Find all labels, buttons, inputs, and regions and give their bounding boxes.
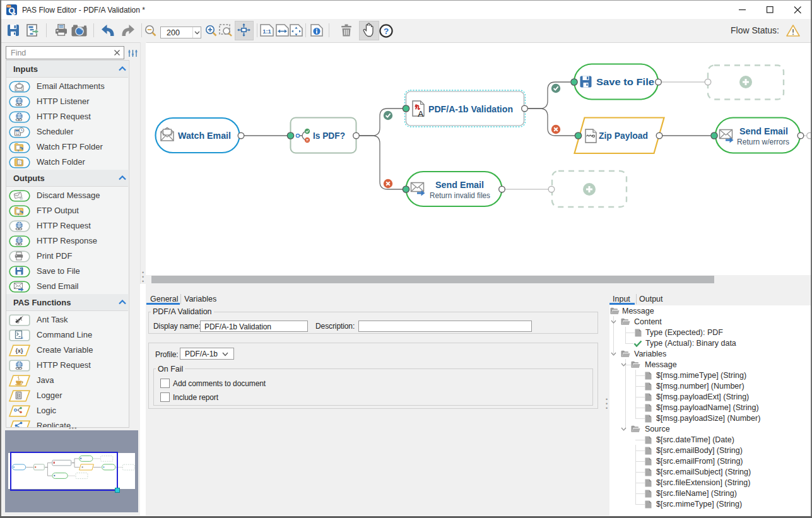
svg-text:Zip Payload: Zip Payload bbox=[599, 130, 648, 141]
svg-text:12: 12 bbox=[16, 132, 20, 136]
svg-text:Watch Email: Watch Email bbox=[178, 130, 231, 141]
svg-text:Return invalid files: Return invalid files bbox=[430, 191, 490, 200]
svg-text:1:1: 1:1 bbox=[262, 28, 271, 35]
svg-text:Return w/errors: Return w/errors bbox=[737, 138, 789, 146]
svg-text:?: ? bbox=[384, 26, 389, 36]
svg-text:PDF/A-1b Validation: PDF/A-1b Validation bbox=[428, 103, 513, 114]
svg-text:Save to File: Save to File bbox=[596, 76, 654, 87]
svg-text:Is PDF?: Is PDF? bbox=[313, 130, 345, 141]
svg-text:Send Email: Send Email bbox=[739, 126, 788, 136]
svg-text:{x}: {x} bbox=[15, 348, 23, 354]
svg-text:A: A bbox=[418, 109, 423, 119]
svg-text:Send Email: Send Email bbox=[435, 180, 484, 190]
